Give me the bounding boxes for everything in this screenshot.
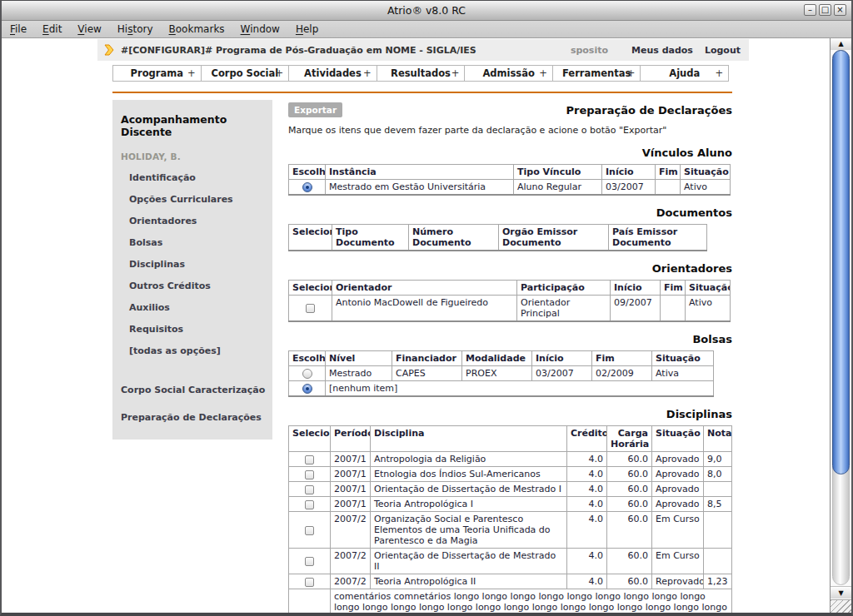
tab-label: Corpo Social xyxy=(211,67,278,79)
tab-resultados[interactable]: Resultados+ xyxy=(377,65,466,82)
section-title-vinculos: Vínculos Aluno xyxy=(288,147,732,159)
plus-icon[interactable]: + xyxy=(539,67,547,79)
checkbox-unselected[interactable] xyxy=(305,578,314,587)
tab-corpo-social[interactable]: Corpo Social+ xyxy=(201,65,290,82)
sidebar-extras: Corpo Social CaracterizaçãoPreparação de… xyxy=(121,385,266,423)
data-cell: 02/2009 xyxy=(592,366,652,381)
title-bar[interactable]: Atrio® v8.0 RC –□× xyxy=(2,1,851,21)
section-title-orientadores: Orientadores xyxy=(288,262,732,275)
radio-unselected[interactable] xyxy=(302,369,312,379)
menu-item-window[interactable]: Window xyxy=(241,23,280,35)
data-cell: Antonio MacDowell de Figueiredo xyxy=(332,296,517,322)
menu-item-edit[interactable]: Edit xyxy=(42,23,62,35)
select-cell[interactable] xyxy=(289,549,331,574)
logout-link[interactable]: Logout xyxy=(705,45,741,56)
sidebar-item-identifica-o[interactable]: Identificação xyxy=(129,172,266,183)
sidebar-item-prepara-o-de-declara-es[interactable]: Preparação de Declarações xyxy=(121,412,266,423)
checkbox-unselected[interactable] xyxy=(306,304,315,313)
sidebar-item-requisitos[interactable]: Requisitos xyxy=(129,324,266,335)
checkbox-unselected[interactable] xyxy=(305,526,314,535)
plus-icon[interactable]: + xyxy=(451,67,460,79)
data-cell xyxy=(661,296,686,322)
column-header: Tipo Documento xyxy=(332,225,409,251)
tab-atividades[interactable]: Atividades+ xyxy=(288,65,377,82)
empty-cell xyxy=(289,589,331,614)
plus-icon[interactable]: + xyxy=(276,67,284,79)
checkbox-unselected[interactable] xyxy=(305,485,314,494)
radio-selected[interactable] xyxy=(302,384,312,394)
data-cell: Teoria Antropológica I xyxy=(371,497,567,512)
checkbox-unselected[interactable] xyxy=(305,557,314,566)
tab-label: Resultados xyxy=(391,67,451,79)
maximize-button[interactable]: □ xyxy=(819,4,831,16)
column-header: Período xyxy=(331,426,371,452)
column-header: Situação xyxy=(652,426,704,452)
data-cell: Ativo xyxy=(681,180,731,196)
select-cell[interactable] xyxy=(289,452,331,467)
select-cell[interactable] xyxy=(289,574,331,589)
header-row: SelecioneOrientadorParticipaçãoInícioFim… xyxy=(289,281,731,296)
sidebar-item-auxilios[interactable]: Auxilios xyxy=(129,302,266,313)
plus-icon[interactable]: + xyxy=(187,67,196,79)
select-cell[interactable] xyxy=(289,381,326,397)
column-header: Início xyxy=(602,165,656,180)
select-cell[interactable] xyxy=(289,497,331,512)
sidebar-item-op-es-curriculares[interactable]: Opções Curriculares xyxy=(129,194,266,205)
menu-item-history[interactable]: History xyxy=(117,23,153,35)
checkbox-unselected[interactable] xyxy=(305,470,314,479)
checkbox-unselected[interactable] xyxy=(305,455,314,464)
menu-item-view[interactable]: View xyxy=(77,23,101,35)
plus-icon[interactable]: + xyxy=(363,67,372,79)
sidebar-item-disciplinas[interactable]: Disciplinas xyxy=(129,259,266,270)
plus-icon[interactable]: + xyxy=(627,67,636,79)
column-header: Nota xyxy=(704,426,732,452)
menu-item-file[interactable]: File xyxy=(10,23,27,35)
content-columns: Acompanhamento Discente HOLIDAY, B. Iden… xyxy=(112,100,830,613)
tab-label: Ajuda xyxy=(669,67,700,79)
close-button[interactable]: × xyxy=(834,4,846,16)
content-viewport: #[CONFIGURAR]# Programa de Pós-Graduação… xyxy=(2,38,851,613)
data-cell: Teoria Antropológica II xyxy=(371,574,567,589)
column-header: Início xyxy=(611,281,661,296)
checkbox-unselected[interactable] xyxy=(305,500,314,509)
data-cell: Aluno Regular xyxy=(514,180,602,196)
export-button[interactable]: Exportar xyxy=(288,102,342,117)
plus-icon[interactable]: + xyxy=(715,67,723,79)
select-cell[interactable] xyxy=(289,482,331,497)
menu-item-help[interactable]: Help xyxy=(296,23,318,35)
tab-admissão[interactable]: Admissão+ xyxy=(464,65,553,82)
radio-selected[interactable] xyxy=(302,182,312,192)
sidebar-item-orientadores[interactable]: Orientadores xyxy=(129,216,266,226)
username-label: sposito xyxy=(571,45,608,56)
sidebar-item-outros-cr-ditos[interactable]: Outros Créditos xyxy=(129,281,266,291)
header-row: EscolhaNívelFinanciadorModalidadeInícioF… xyxy=(289,351,714,366)
scrollbar-thumb[interactable] xyxy=(832,50,850,474)
column-header: Fim xyxy=(656,165,681,180)
sidebar-item--todas-as-op-es-[interactable]: [todas as opções] xyxy=(129,345,266,356)
sidebar-item-corpo-social-caracteriza-o[interactable]: Corpo Social Caracterização xyxy=(121,385,266,395)
select-cell[interactable] xyxy=(289,180,326,196)
breadcrumb: #[CONFIGURAR]# Programa de Pós-Graduação… xyxy=(121,45,476,56)
data-cell: Aprovado xyxy=(652,482,704,497)
section-title-bolsas: Bolsas xyxy=(288,333,732,345)
scroll-down-arrow-icon[interactable]: ▼ xyxy=(831,586,851,599)
meus-dados-link[interactable]: Meus dados xyxy=(631,45,693,56)
sidebar-item-bolsas[interactable]: Bolsas xyxy=(129,237,266,248)
tab-ajuda[interactable]: Ajuda+ xyxy=(640,65,729,82)
select-cell[interactable] xyxy=(289,512,331,549)
data-cell: Ativa xyxy=(652,366,714,381)
select-cell[interactable] xyxy=(289,296,332,322)
browser-window: Atrio® v8.0 RC –□× FileEditViewHistoryBo… xyxy=(0,0,853,616)
menu-item-bookmarks[interactable]: Bookmarks xyxy=(169,23,225,35)
select-cell[interactable] xyxy=(289,467,331,482)
vertical-scrollbar[interactable]: ▲ ▼ xyxy=(830,38,851,613)
minimize-button[interactable]: – xyxy=(804,4,816,16)
select-cell[interactable] xyxy=(289,366,326,381)
tab-programa[interactable]: Programa+ xyxy=(112,65,202,82)
tab-ferramentas[interactable]: Ferramentas+ xyxy=(552,65,641,82)
comment-row: comentários comnetários longo longo long… xyxy=(289,589,732,614)
window-resize-grip[interactable] xyxy=(831,599,851,613)
web-page: #[CONFIGURAR]# Programa de Pós-Graduação… xyxy=(2,39,830,613)
scroll-up-arrow-icon[interactable]: ▲ xyxy=(831,38,851,50)
accent-rule xyxy=(112,92,732,93)
